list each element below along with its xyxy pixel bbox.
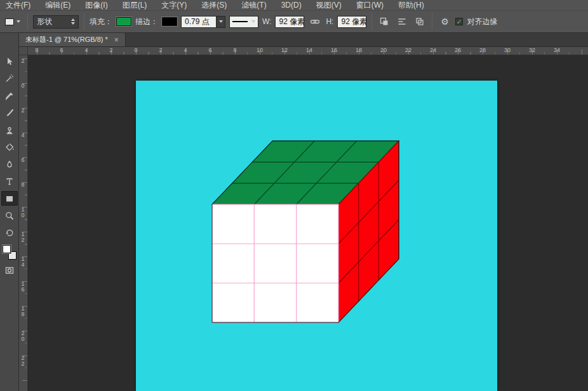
magic-wand-icon [4,74,15,84]
stroke-width-input[interactable]: 0.79 点 [181,16,217,28]
solid-line-icon [232,21,248,22]
ruler-number: 16 [331,47,337,53]
move-icon [4,56,15,67]
menu-item[interactable]: 3D(D) [281,1,302,10]
clone-stamp-tool-button[interactable] [1,123,18,137]
move-tool-button[interactable] [1,54,18,69]
divider [27,13,28,30]
zoom-tool-button[interactable] [1,208,18,223]
document-tab-bar: 未标题-1 @ 71%(RGB/8) * × [19,33,588,47]
ruler-number: 32 [529,47,535,53]
shape-width-input[interactable]: 92 像素 [275,16,304,28]
clone-stamp-icon [4,125,15,135]
tool-options-bar: 形状 填充： 描边： 0.79 点 W: 92 像素 H: 92 像素 [0,11,588,33]
magnifier-icon [4,211,15,221]
stroke-width-dropdown-button[interactable] [217,16,225,28]
foreground-color-swatch[interactable] [3,245,11,253]
type-tool-button[interactable] [1,174,18,189]
menu-item[interactable]: 滤镜(T) [241,0,266,11]
gear-icon: ⚙ [441,17,449,26]
ruler-number: 10 [257,47,263,53]
menu-item[interactable]: 图像(I) [85,0,107,11]
fill-color-swatch[interactable] [116,17,131,26]
chain-link-icon [310,17,320,27]
menu-item[interactable]: 窗口(W) [356,0,384,11]
ruler-number: 20 [20,331,25,342]
tool-mode-select[interactable]: 形状 [33,15,79,29]
menu-item[interactable]: 图层(L) [123,0,147,11]
menu-item[interactable]: 文件(F) [6,0,30,11]
ruler-number: 22 [20,355,25,367]
ruler-number: 0 [20,83,25,89]
ruler-number: 6 [60,47,63,53]
path-alignment-icon [397,17,407,27]
menu-item[interactable]: 文字(Y) [161,0,187,11]
ruler-number: 14 [20,256,25,268]
ruler-number: 4 [20,133,25,138]
close-icon[interactable]: × [114,36,119,44]
divider [84,13,84,30]
cube-front-face [212,204,338,322]
menu-item[interactable]: 视图(V) [316,0,342,11]
menu-item[interactable]: 选择(S) [201,0,227,11]
rotate-arrow-icon [4,228,15,238]
ruler-number: 4 [184,47,187,53]
tool-preset-picker[interactable] [3,17,22,27]
stroke-color-swatch[interactable] [162,17,177,26]
stroke-style-select[interactable] [229,16,258,28]
color-swatches[interactable] [2,244,17,260]
combine-shapes-button[interactable] [377,15,391,28]
ruler-number: 2 [20,108,25,114]
shape-height-input[interactable]: 92 像素 [337,16,366,28]
dropdown-arrow-icon [219,20,223,23]
vertical-ruler[interactable]: 20246810121416182022 [19,55,28,391]
ruler-number: 6 [20,157,25,163]
ruler-number: 22 [405,47,411,53]
path-arrangement-button[interactable] [413,15,427,28]
ruler-number: 10 [20,207,25,218]
quick-mask-button[interactable] [1,263,18,277]
ruler-number: 26 [455,47,461,53]
dodge-tool-button[interactable] [1,157,18,171]
document-tab[interactable]: 未标题-1 @ 71%(RGB/8) * × [19,33,126,46]
ruler-number: 12 [281,47,288,53]
menu-bar: 文件(F)编辑(E)图像(I)图层(L)文字(Y)选择(S)滤镜(T)3D(D)… [0,0,588,11]
ruler-corner [19,47,28,55]
eyedropper-icon [4,91,15,101]
ruler-number: 20 [380,47,387,53]
ruler-number: 30 [504,47,511,53]
ruler-number: 34 [554,47,560,53]
dropdown-arrow-icon [17,20,20,23]
paint-bucket-tool-button[interactable] [1,140,18,154]
eyedropper-tool-button[interactable] [1,88,18,103]
stroke-label: 描边： [135,17,158,27]
rectangle-tool-button[interactable] [1,191,18,206]
brush-tool-button[interactable] [1,105,18,120]
quick-mask-icon [4,265,15,275]
ruler-number: 18 [356,47,362,53]
ruler-number: 6 [208,47,211,53]
magic-wand-tool-button[interactable] [1,71,18,86]
align-edges-checkbox[interactable]: ✓ [455,18,463,25]
divider [371,13,372,30]
horizontal-ruler[interactable]: 86420246810121416182022242628303234 [28,47,588,55]
combine-shapes-icon [379,17,389,27]
ruler-number: 4 [84,47,88,53]
menu-item[interactable]: 帮助(H) [398,0,424,11]
tools-panel [0,33,19,391]
rectangle-tool-icon [4,194,15,204]
rotate-view-tool-button[interactable] [1,225,18,240]
rubiks-cube-shape [136,81,497,391]
ruler-number: 2 [159,47,162,53]
path-alignment-button[interactable] [395,15,409,28]
ruler-number: 8 [20,182,25,188]
ruler-number: 8 [233,47,236,53]
ruler-number: 8 [35,47,38,53]
document-canvas[interactable] [136,81,497,391]
brush-icon [4,108,15,118]
shape-settings-button[interactable]: ⚙ [438,15,451,28]
ruler-number: 16 [20,281,25,293]
width-label: W: [262,17,271,26]
link-dimensions-button[interactable] [308,15,322,28]
menu-item[interactable]: 编辑(E) [45,0,70,11]
